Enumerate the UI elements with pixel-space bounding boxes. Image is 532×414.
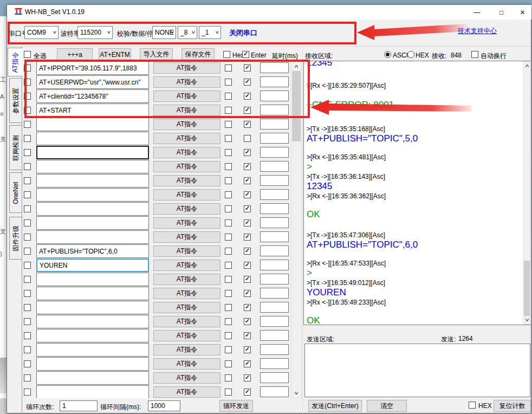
send-input[interactable] <box>304 344 530 397</box>
scroll-down-icon[interactable]: ∨ <box>523 316 530 324</box>
close-button[interactable]: ✕ <box>514 5 531 20</box>
row-enter-checkbox[interactable] <box>244 135 251 142</box>
row-select-checkbox[interactable] <box>24 346 31 353</box>
row-hex-checkbox[interactable] <box>225 290 232 297</box>
enter-checkbox[interactable]: ✓ <box>242 51 249 58</box>
ascii-radio[interactable] <box>384 51 391 58</box>
row-enter-checkbox[interactable]: ✓ <box>244 374 251 381</box>
command-input[interactable] <box>36 315 149 328</box>
command-input[interactable] <box>36 230 149 244</box>
row-hex-checkbox[interactable] <box>225 191 232 198</box>
row-delay-input[interactable] <box>260 147 289 158</box>
loop-send-button[interactable]: 循环发送 <box>219 400 253 412</box>
command-input[interactable]: AT+USERPWD="usr","www.usr.cn" <box>36 75 149 89</box>
row-hex-checkbox[interactable] <box>225 64 232 72</box>
hex-checkbox[interactable] <box>223 51 230 58</box>
row-hex-checkbox[interactable] <box>225 219 232 227</box>
row-enter-checkbox[interactable]: ✓ <box>244 163 251 170</box>
row-select-checkbox[interactable] <box>24 262 31 269</box>
at-command-send-button[interactable]: AT指令 <box>153 217 220 229</box>
at-command-send-button[interactable]: AT指令 <box>153 203 220 215</box>
row-select-checkbox[interactable] <box>24 149 31 156</box>
row-delay-input[interactable] <box>260 105 289 115</box>
row-hex-checkbox[interactable] <box>225 248 232 255</box>
command-input[interactable] <box>36 287 149 300</box>
reset-count-button[interactable]: 复位计数 <box>494 400 531 412</box>
baud-select[interactable]: 115200 ∨ <box>77 26 113 39</box>
sidebar-tab-0[interactable]: AT指令 <box>8 48 22 76</box>
row-enter-checkbox[interactable]: ✓ <box>244 346 251 353</box>
row-select-checkbox[interactable] <box>24 191 31 198</box>
row-hex-checkbox[interactable] <box>225 318 232 325</box>
row-hex-checkbox[interactable] <box>225 163 232 170</box>
command-list-scrollbar[interactable]: ∧ ∨ <box>291 61 302 398</box>
at-command-send-button[interactable]: AT指令 <box>153 189 220 200</box>
command-input[interactable] <box>36 216 149 230</box>
command-input[interactable] <box>36 132 149 145</box>
at-command-send-button[interactable]: AT指令 <box>153 372 220 384</box>
row-select-checkbox[interactable] <box>24 177 31 184</box>
row-enter-checkbox[interactable]: ✓ <box>244 191 251 198</box>
row-delay-input[interactable] <box>260 316 289 327</box>
row-enter-checkbox[interactable]: ✓ <box>244 234 251 241</box>
command-input[interactable] <box>36 385 149 398</box>
row-hex-checkbox[interactable] <box>225 121 232 128</box>
row-delay-input[interactable] <box>260 288 289 299</box>
row-enter-checkbox[interactable]: ✓ <box>244 177 251 184</box>
receive-scrollbar[interactable]: ∧ ∨ <box>523 61 531 325</box>
row-enter-checkbox[interactable]: ✓ <box>244 276 251 283</box>
autowrap-checkbox[interactable] <box>471 51 478 58</box>
row-hex-checkbox[interactable] <box>225 346 232 353</box>
at-command-send-button[interactable]: AT指令 <box>153 260 220 271</box>
row-hex-checkbox[interactable] <box>225 276 232 283</box>
row-select-checkbox[interactable] <box>24 107 31 114</box>
row-select-checkbox[interactable] <box>24 389 31 396</box>
hex-radio[interactable] <box>407 51 414 58</box>
row-enter-checkbox[interactable]: ✓ <box>244 149 251 156</box>
close-port-link[interactable]: 关闭串口 <box>229 28 257 38</box>
row-delay-input[interactable] <box>260 217 289 228</box>
at-command-send-button[interactable]: AT指令 <box>153 288 220 299</box>
row-delay-input[interactable] <box>260 386 289 397</box>
sidebar-tab-3[interactable]: OneNet <box>9 172 22 213</box>
at-command-send-button[interactable]: AT指令 <box>153 274 220 285</box>
loop-interval-input[interactable]: 1000 <box>148 400 180 411</box>
at-command-send-button[interactable]: AT指令 <box>153 76 220 88</box>
row-enter-checkbox[interactable]: ✓ <box>244 205 251 212</box>
sidebar-tab-1[interactable]: 参数设置 <box>9 78 22 123</box>
row-select-checkbox[interactable] <box>24 374 31 381</box>
at-command-send-button[interactable]: AT指令 <box>153 119 220 130</box>
row-enter-checkbox[interactable]: ✓ <box>244 64 251 72</box>
command-input[interactable] <box>36 188 149 202</box>
sidebar-tab-2[interactable]: 联网检测 <box>9 125 22 170</box>
row-select-checkbox[interactable] <box>24 318 31 325</box>
maximize-button[interactable]: □ <box>489 5 514 20</box>
row-select-checkbox[interactable] <box>24 248 31 255</box>
at-command-send-button[interactable]: AT指令 <box>153 358 220 370</box>
scrollbar-thumb[interactable] <box>524 261 530 316</box>
row-delay-input[interactable] <box>260 90 289 101</box>
row-select-checkbox[interactable] <box>24 234 31 241</box>
at-command-send-button[interactable]: AT指令 <box>153 231 220 243</box>
row-select-checkbox[interactable] <box>24 332 31 339</box>
scroll-up-icon[interactable]: ∧ <box>291 62 301 71</box>
import-file-button[interactable]: 导入文件 <box>140 48 173 61</box>
at-command-send-button[interactable]: AT指令 <box>153 344 220 355</box>
row-hex-checkbox[interactable] <box>225 135 232 142</box>
row-delay-input[interactable] <box>260 76 289 87</box>
clear-button[interactable]: 清空 <box>367 400 407 412</box>
command-input[interactable] <box>36 357 149 371</box>
row-hex-checkbox[interactable] <box>225 93 232 100</box>
row-hex-checkbox[interactable] <box>225 79 232 86</box>
stopbits-select[interactable]: _1 ∨ <box>199 26 221 39</box>
row-select-checkbox[interactable] <box>24 163 31 170</box>
row-select-checkbox[interactable] <box>24 304 31 311</box>
at-command-send-button[interactable]: AT指令 <box>153 386 220 398</box>
command-input[interactable] <box>36 160 149 173</box>
row-delay-input[interactable] <box>260 175 289 186</box>
row-hex-checkbox[interactable] <box>225 304 232 311</box>
plus-a-button[interactable]: +++a <box>57 48 93 61</box>
row-delay-input[interactable] <box>260 358 289 369</box>
row-enter-checkbox[interactable]: ✓ <box>244 262 251 269</box>
row-hex-checkbox[interactable] <box>225 389 232 396</box>
